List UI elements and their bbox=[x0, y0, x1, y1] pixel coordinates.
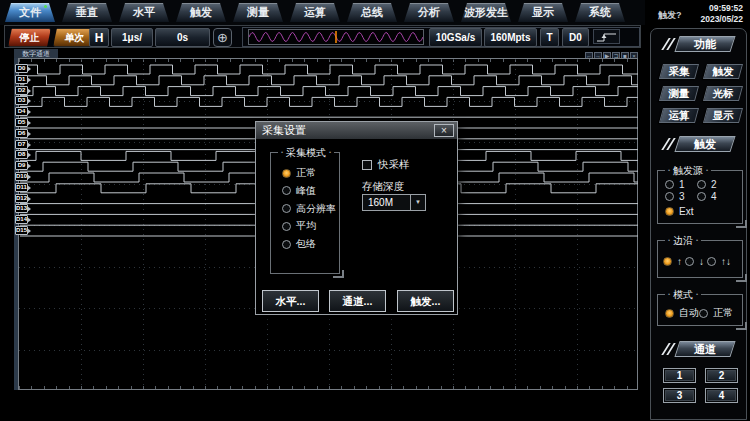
function-button-1[interactable]: 采集 bbox=[659, 64, 699, 79]
channel-button-1[interactable]: 1 bbox=[663, 368, 696, 383]
trigger-source-1[interactable]: 1 bbox=[665, 178, 685, 190]
groupbox-corner-mark bbox=[333, 270, 344, 278]
function-header-label: 功能 bbox=[678, 37, 732, 51]
channel-button-3[interactable]: 3 bbox=[663, 388, 696, 403]
channel-label-D10[interactable]: D10 bbox=[15, 172, 28, 181]
sample-rate-readout: 10GSa/s bbox=[429, 28, 482, 47]
groupbox-corner-mark bbox=[736, 220, 747, 228]
channel-label-D15[interactable]: D15 bbox=[15, 226, 28, 235]
trigger-t-button[interactable]: T bbox=[540, 28, 559, 47]
channel-button-2[interactable]: 2 bbox=[705, 368, 738, 383]
trigger-source-button[interactable]: D0 bbox=[562, 28, 589, 47]
channel-label-D9[interactable]: D9 bbox=[15, 161, 28, 170]
acquire-mode-高分辨率[interactable]: 高分辨率 bbox=[282, 203, 336, 215]
acquire-mode-平均[interactable]: 平均 bbox=[282, 220, 316, 232]
trigger-source-2[interactable]: 2 bbox=[697, 178, 717, 190]
acquire-mode-正常[interactable]: 正常 bbox=[282, 167, 316, 179]
menu-item-11[interactable]: 系统 bbox=[575, 3, 625, 22]
function-button-label: 触发 bbox=[706, 65, 740, 78]
horizontal-more-button[interactable]: 水平... bbox=[262, 290, 319, 312]
menu-item-2[interactable]: 垂直 bbox=[62, 3, 112, 22]
radio-icon bbox=[685, 257, 694, 266]
function-button-6[interactable]: 显示 bbox=[703, 108, 743, 123]
trigger-source-4[interactable]: 4 bbox=[697, 190, 717, 202]
trigger-source-Ext[interactable]: Ext bbox=[665, 205, 693, 217]
horizontal-menu-button[interactable]: H bbox=[89, 28, 109, 47]
rising-edge-icon[interactable] bbox=[593, 29, 620, 44]
function-button-2[interactable]: 触发 bbox=[703, 64, 743, 79]
function-button-3[interactable]: 测量 bbox=[659, 86, 699, 101]
menu-item-5[interactable]: 测量 bbox=[233, 3, 283, 22]
channel-label-D4[interactable]: D4 bbox=[15, 107, 28, 116]
function-button-4[interactable]: 光标 bbox=[703, 86, 743, 101]
radio-icon bbox=[282, 204, 291, 213]
fast-sample-option[interactable]: 快采样 bbox=[362, 158, 410, 172]
menu-item-4[interactable]: 触发 bbox=[176, 3, 226, 22]
function-button-5[interactable]: 运算 bbox=[659, 108, 699, 123]
trigger-more-button[interactable]: 触发... bbox=[397, 290, 454, 312]
dialog-close-button[interactable]: × bbox=[434, 124, 454, 137]
timebase-button[interactable]: 1μs/ bbox=[111, 28, 153, 47]
radio-label: 峰值 bbox=[296, 184, 316, 198]
trigger-edge-label: 边沿 bbox=[665, 234, 701, 248]
channel-label-D13[interactable]: D13 bbox=[15, 204, 28, 213]
channel-header-button[interactable]: 通道 bbox=[674, 341, 735, 357]
trigger-mode-自动[interactable]: 自动 bbox=[665, 307, 699, 319]
channel-label-D11[interactable]: D11 bbox=[15, 183, 28, 192]
channel-header: 通道 bbox=[651, 340, 746, 358]
stop-button[interactable]: 停止 bbox=[8, 28, 51, 47]
zoom-plus-icon[interactable]: ⊕ bbox=[213, 28, 232, 47]
radio-label: ↓ bbox=[699, 256, 704, 267]
radio-label: 平均 bbox=[296, 219, 316, 233]
trigger-status-text: 触发? bbox=[658, 9, 682, 22]
menu-item-6[interactable]: 运算 bbox=[290, 3, 340, 22]
channel-more-button[interactable]: 通道... bbox=[329, 290, 386, 312]
dialog-titlebar[interactable]: 采集设置 bbox=[256, 122, 457, 139]
radio-icon bbox=[282, 169, 291, 178]
memory-depth-select[interactable]: 160M ▼ bbox=[362, 194, 426, 211]
trigger-edge-↑[interactable]: ↑ bbox=[663, 255, 682, 267]
channel-label-D5[interactable]: D5 bbox=[15, 118, 28, 127]
channel-label-D7[interactable]: D7 bbox=[15, 140, 28, 149]
trigger-edge-↓[interactable]: ↓ bbox=[685, 255, 704, 267]
radio-icon bbox=[282, 186, 291, 195]
function-header-button[interactable]: 功能 bbox=[674, 36, 735, 52]
memory-depth-label: 存储深度 bbox=[362, 180, 404, 194]
menu-item-1[interactable]: 文件 bbox=[5, 3, 55, 22]
menu-item-9[interactable]: 波形发生 bbox=[461, 3, 511, 22]
channel-button-4[interactable]: 4 bbox=[705, 388, 738, 403]
channel-label-D3[interactable]: D3 bbox=[15, 96, 28, 105]
acquire-mode-group-label: 采集模式 bbox=[278, 146, 334, 160]
waveform-preview-strip[interactable] bbox=[248, 29, 424, 45]
trigger-edge-↑↓[interactable]: ↑↓ bbox=[707, 255, 731, 267]
function-button-label: 测量 bbox=[662, 87, 696, 100]
channel-label-D12[interactable]: D12 bbox=[15, 194, 28, 203]
acquire-mode-包络[interactable]: 包络 bbox=[282, 238, 316, 250]
function-header: 功能 bbox=[651, 35, 746, 53]
menu-item-7[interactable]: 总线 bbox=[347, 3, 397, 22]
channel-label-D14[interactable]: D14 bbox=[15, 215, 28, 224]
groupbox-corner-mark bbox=[736, 322, 747, 330]
menu-bar: 文件垂直水平触发测量运算总线分析波形发生显示系统 bbox=[0, 0, 645, 25]
menu-item-3[interactable]: 水平 bbox=[119, 3, 169, 22]
trigger-header-button[interactable]: 触发 bbox=[674, 136, 735, 152]
trigger-source-3[interactable]: 3 bbox=[665, 190, 685, 202]
dropdown-arrow-icon[interactable]: ▼ bbox=[410, 195, 425, 210]
fast-sample-checkbox[interactable] bbox=[362, 160, 372, 170]
horizontal-offset-button[interactable]: 0s bbox=[155, 28, 210, 47]
function-button-label: 光标 bbox=[706, 87, 740, 100]
channel-label-D0[interactable]: D0 bbox=[15, 64, 28, 73]
menu-item-10[interactable]: 显示 bbox=[518, 3, 568, 22]
waveform-D3 bbox=[20, 97, 638, 106]
channel-label-D2[interactable]: D2 bbox=[15, 86, 28, 95]
function-button-label: 运算 bbox=[662, 109, 696, 122]
menu-item-8[interactable]: 分析 bbox=[404, 3, 454, 22]
channel-label-D1[interactable]: D1 bbox=[15, 75, 28, 84]
channel-header-label: 通道 bbox=[678, 342, 732, 356]
radio-icon bbox=[282, 240, 291, 249]
header-slash-icon bbox=[661, 138, 675, 150]
trigger-mode-正常[interactable]: 正常 bbox=[699, 307, 733, 319]
channel-label-D6[interactable]: D6 bbox=[15, 129, 28, 138]
channel-label-D8[interactable]: D8 bbox=[15, 150, 28, 159]
acquire-mode-峰值[interactable]: 峰值 bbox=[282, 185, 316, 197]
